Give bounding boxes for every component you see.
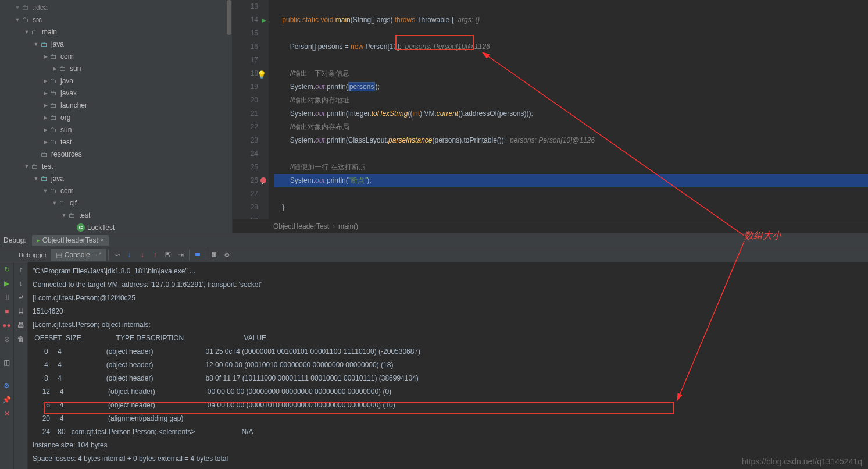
down-icon[interactable]: ↓ (16, 279, 26, 288)
code-area[interactable]: public static void main(String[] args) t… (269, 0, 868, 219)
folder-icon: 🗀 (40, 174, 49, 183)
tree-item[interactable]: 🗀com (0, 50, 232, 62)
tree-item[interactable]: 🗀launcher (0, 99, 232, 111)
tree-item[interactable]: 🗀test (0, 209, 232, 221)
folder-icon: 🗀 (67, 211, 77, 220)
tree-item[interactable]: 🗀cjf (0, 197, 232, 209)
folder-icon: 🗀 (49, 88, 58, 98)
chevron-icon[interactable] (42, 115, 49, 120)
close-icon[interactable]: × (101, 237, 104, 243)
step-out-icon[interactable]: ↑ (149, 248, 162, 261)
project-tree[interactable]: 🗀.idea🗀src🗀main🗀java🗀com🗀sun🗀java🗀javax🗀… (0, 0, 233, 233)
tree-item[interactable]: 🗀org (0, 111, 232, 123)
debugger-tab[interactable]: Debugger (14, 250, 51, 260)
pause-icon[interactable]: ⏸ (2, 293, 12, 302)
up-icon[interactable]: ↑ (16, 265, 26, 274)
chevron-icon[interactable] (42, 139, 49, 145)
chevron-icon[interactable] (51, 200, 58, 206)
chevron-icon[interactable] (23, 29, 30, 35)
tree-item[interactable]: CLockTest (0, 221, 232, 233)
tree-item[interactable]: 🗀sun (0, 123, 232, 136)
breakpoint-icon[interactable]: ✓ (260, 177, 266, 183)
close-panel-icon[interactable]: ✕ (2, 409, 12, 418)
folder-icon: 🗀 (40, 150, 49, 159)
gear-icon[interactable]: ⚙ (2, 381, 12, 390)
tree-item[interactable]: 🗀sun (0, 62, 232, 74)
chevron-icon[interactable] (42, 90, 49, 96)
tree-item[interactable]: 🗀src (0, 13, 232, 26)
tree-label: javax (60, 89, 77, 97)
settings-icon[interactable]: ⚙ (221, 248, 234, 261)
rerun-icon[interactable]: ↻ (2, 265, 12, 274)
tree-item[interactable]: 🗀resources (0, 148, 232, 160)
tree-item[interactable]: 🗀java (0, 172, 232, 184)
clear-icon[interactable]: 🗑 (16, 335, 26, 344)
drop-frame-icon[interactable]: ⇱ (162, 248, 174, 261)
chevron-icon[interactable] (23, 164, 30, 169)
tree-item[interactable]: 🗀com (0, 184, 232, 197)
chevron-icon[interactable] (42, 102, 49, 108)
chevron-icon[interactable] (42, 127, 49, 133)
watermark: https://blog.csdn.net/q13145241q (742, 457, 862, 466)
tree-label: test (79, 211, 90, 219)
tree-item[interactable]: 🗀java (0, 38, 232, 50)
evaluate-icon[interactable]: ≣ (191, 248, 204, 261)
tree-label: sun (70, 65, 81, 73)
step-over-icon[interactable]: ⤻ (110, 248, 123, 261)
resume-icon[interactable]: ▶ (2, 279, 12, 288)
folder-icon: 🗀 (30, 162, 40, 171)
tree-item[interactable]: 🗀java (0, 74, 232, 87)
chevron-icon[interactable] (42, 188, 49, 194)
wrap-icon[interactable]: ⤶ (16, 293, 26, 302)
annotation-box-1 (395, 35, 474, 50)
annotation-label: 数组大小 (744, 230, 781, 242)
view-bp-icon[interactable]: ●● (2, 321, 12, 330)
chevron-icon[interactable] (60, 212, 67, 218)
pin-icon[interactable]: 📌 (2, 395, 12, 404)
tree-item[interactable]: 🗀test (0, 160, 232, 172)
breadcrumb-class[interactable]: ObjectHeaderTest (273, 222, 329, 230)
tree-label: .idea (33, 3, 48, 12)
force-step-icon[interactable]: ↓ (136, 248, 149, 261)
debug-panel: Debug: ▸ ObjectHeaderTest × Debugger ▤ C… (0, 233, 868, 469)
tree-label: com (60, 187, 74, 195)
console-tab[interactable]: ▤ Console →* (51, 249, 106, 261)
tree-item[interactable]: 🗀main (0, 26, 232, 38)
scroll-icon[interactable]: ⇊ (16, 307, 26, 316)
tree-label: org (60, 113, 70, 122)
layout-icon[interactable]: ◫ (2, 358, 12, 367)
chevron-icon[interactable] (42, 54, 49, 59)
folder-icon: 🗀 (49, 186, 58, 196)
tree-item[interactable]: 🗀javax (0, 87, 232, 99)
tree-item[interactable]: 🗀.idea (0, 1, 232, 13)
tree-label: main (42, 28, 57, 36)
step-into-icon[interactable]: ↓ (123, 248, 136, 261)
chevron-icon[interactable] (33, 176, 40, 182)
folder-icon: 🗀 (58, 64, 67, 73)
gutter[interactable]: 1314▶15161718💡1920212223242526✓272829 (233, 0, 269, 219)
folder-icon: 🗀 (30, 27, 40, 37)
console-left-toolbar: ↑ ↓ ⤶ ⇊ 🖶 🗑 (14, 262, 28, 469)
tree-label: com (60, 52, 74, 61)
chevron-icon[interactable] (14, 5, 21, 10)
run-to-cursor-icon[interactable]: ⇥ (174, 248, 187, 261)
stop-icon[interactable]: ■ (2, 307, 12, 316)
console-output[interactable]: "C:\Program Files\Java\jdk1.8.0_181\bin\… (28, 262, 868, 469)
editor[interactable]: 1314▶15161718💡1920212223242526✓272829 pu… (233, 0, 868, 233)
debug-tab[interactable]: ▸ ObjectHeaderTest × (32, 235, 109, 246)
chevron-icon[interactable] (42, 78, 49, 84)
tree-item[interactable]: 🗀test (0, 136, 232, 148)
breadcrumb-method[interactable]: main() (338, 222, 358, 230)
calc-icon[interactable]: 🖩 (208, 248, 221, 261)
tree-label: launcher (60, 101, 87, 109)
folder-icon: 🗀 (49, 125, 58, 134)
chevron-icon[interactable] (33, 41, 40, 47)
class-icon: C (77, 223, 85, 232)
chevron-icon[interactable] (14, 17, 21, 23)
print-icon[interactable]: 🖶 (16, 321, 26, 330)
run-gutter-icon[interactable]: ▶ (262, 13, 266, 27)
chevron-icon[interactable] (51, 66, 58, 72)
mute-bp-icon[interactable]: ⊘ (2, 335, 12, 344)
sidebar-scrollbar[interactable] (226, 0, 232, 233)
bulb-icon[interactable]: 💡 (257, 68, 266, 81)
